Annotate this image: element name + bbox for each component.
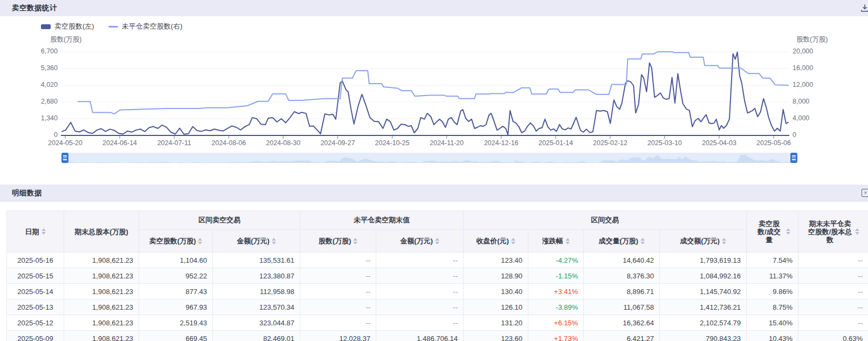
col-header-short-shares[interactable]: 卖空股数(万股) (139, 230, 213, 253)
table-row: 2025-05-151,908,621.23952.22123,380.87--… (7, 268, 868, 284)
cell-value: -- (300, 268, 376, 284)
legend-label: 卖空股数(左) (54, 22, 94, 31)
cell-value: 123.40 (464, 253, 528, 268)
cell-value: 16,362.64 (584, 315, 660, 331)
col-header-short-to-volume[interactable]: 卖空股数/成交量 (747, 211, 798, 253)
datazoom-shadow (62, 153, 797, 163)
cell-value: 952.22 (139, 268, 213, 284)
cell-value: 123,380.87 (213, 268, 300, 284)
cell-value: -- (798, 315, 868, 331)
col-header-open-short-to-capital[interactable]: 期末未平仓卖空股数/股本总数 (798, 211, 868, 253)
svg-text:2024-11-20: 2024-11-20 (430, 139, 464, 147)
legend-item-open-short-shares[interactable]: 未平仓卖空股数(右) (108, 22, 183, 31)
col-header-close-price[interactable]: 收盘价(元) (464, 230, 528, 253)
sort-icon[interactable] (786, 228, 790, 235)
svg-text:2024-12-16: 2024-12-16 (484, 139, 519, 147)
table-row: 2025-05-131,908,621.23967.93123,570.34--… (7, 299, 868, 315)
svg-text:2025-04-03: 2025-04-03 (702, 139, 736, 147)
col-header-open-shares[interactable]: 股数(万股) (300, 230, 376, 253)
cell-value: 1,104.60 (139, 253, 213, 268)
table-row: 2025-05-141,908,621.23877.43112,958.98--… (7, 284, 868, 299)
cell-value: 135,531.61 (213, 253, 300, 268)
legend-label: 未平仓卖空股数(右) (122, 22, 183, 31)
cell-value: -- (798, 253, 868, 268)
download-icon[interactable] (860, 4, 868, 15)
sort-icon[interactable] (855, 228, 859, 235)
cell-value: 126.10 (464, 299, 528, 315)
cell-value: -- (300, 253, 376, 268)
sort-icon[interactable] (42, 228, 46, 235)
svg-text:0: 0 (793, 131, 796, 139)
cell-value: -- (798, 268, 868, 284)
svg-text:2024-10-25: 2024-10-25 (375, 139, 409, 147)
col-header-open-amount[interactable]: 金额(万元) (376, 230, 464, 253)
group-header-interval-short-trade: 区间卖空交易 (139, 211, 300, 230)
table-row: 2025-05-161,908,621.231,104.60135,531.61… (7, 253, 868, 268)
cell-date: 2025-05-13 (7, 299, 64, 315)
cell-value: 9.86% (747, 284, 798, 299)
cell-value: 1,908,621.23 (64, 331, 139, 341)
sort-icon[interactable] (435, 238, 439, 244)
cell-value: 1,412,736.21 (660, 299, 747, 315)
cell-value: 11,067.58 (584, 299, 660, 315)
cell-value: -1.15% (528, 268, 584, 284)
datazoom-slider[interactable] (62, 153, 797, 163)
sort-icon[interactable] (198, 238, 202, 244)
sort-icon[interactable] (353, 238, 357, 244)
col-header-turnover[interactable]: 成交额(万元) (660, 230, 747, 253)
cell-value: 323,044.87 (213, 315, 300, 331)
svg-text:2025-01-14: 2025-01-14 (539, 139, 573, 147)
cell-value: 669.45 (139, 331, 213, 341)
svg-text:8,000: 8,000 (793, 98, 809, 105)
cell-date: 2025-05-15 (7, 268, 64, 284)
sort-icon[interactable] (640, 238, 645, 244)
cell-value: 82,469.01 (213, 331, 300, 341)
cell-value: 1,486,706.14 (376, 331, 464, 341)
svg-text:2024-09-27: 2024-09-27 (320, 139, 355, 147)
sort-icon[interactable] (566, 238, 570, 244)
cell-value: -- (376, 253, 464, 268)
cell-value: +6.15% (528, 315, 584, 331)
cell-value: 790,843.23 (660, 331, 747, 341)
cell-value: 8,376.30 (584, 268, 660, 284)
cell-value: 7.54% (747, 253, 798, 268)
col-header-volume[interactable]: 成交量(万股) (584, 230, 660, 253)
cell-value: -- (376, 315, 464, 331)
cell-value: +1.73% (528, 331, 584, 341)
datazoom-left-handle[interactable] (61, 153, 68, 163)
cell-value: 1,908,621.23 (64, 284, 139, 299)
panel-corner-icon[interactable]: × (862, 189, 868, 197)
detail-panel-header: 明细数据 × (0, 185, 868, 202)
svg-text:12,000: 12,000 (793, 81, 813, 88)
cell-value: 123.60 (464, 331, 528, 341)
svg-text:2025-03-10: 2025-03-10 (647, 139, 682, 147)
detail-table-wrap: 日期 期末总股本(万股) 区间卖空交易 未平仓卖空期末值 区间交易 卖空股数/成… (6, 210, 868, 341)
cell-value: 1,084,992.16 (660, 268, 747, 284)
svg-text:20,000: 20,000 (793, 47, 813, 55)
svg-text:5,360: 5,360 (41, 64, 58, 72)
group-header-interval-trade: 区间交易 (464, 211, 747, 230)
cell-value: 2,519.43 (139, 315, 213, 331)
chart-panel-header: 卖空数据统计 (0, 0, 868, 16)
legend-swatch-light (108, 26, 118, 28)
svg-text:2024-06-14: 2024-06-14 (102, 139, 137, 147)
datazoom-right-handle[interactable] (790, 153, 797, 163)
right-axis-title: 股数(万股) (796, 35, 828, 44)
legend-item-short-shares[interactable]: 卖空股数(左) (41, 22, 94, 31)
sort-icon[interactable] (272, 238, 276, 244)
cell-value: 0.63% (798, 331, 868, 341)
group-header-open-short-eop: 未平仓卖空期末值 (300, 211, 464, 230)
col-header-date[interactable]: 日期 (7, 211, 64, 253)
col-header-change-pct[interactable]: 涨跌幅 (528, 230, 584, 253)
svg-text:2024-05-20: 2024-05-20 (48, 139, 82, 147)
cell-value: -- (376, 299, 464, 315)
cell-value: 1,145,740.92 (660, 284, 747, 299)
col-header-short-amount[interactable]: 金额(万元) (213, 230, 300, 253)
cell-value: -- (300, 315, 376, 331)
cell-value: -- (798, 299, 868, 315)
table-row: 2025-05-091,908,621.23669.4582,469.0112,… (7, 331, 868, 341)
sort-icon[interactable] (511, 238, 515, 244)
cell-value: 6,421.27 (584, 331, 660, 341)
svg-text:4,020: 4,020 (41, 81, 58, 88)
sort-icon[interactable] (722, 238, 726, 244)
